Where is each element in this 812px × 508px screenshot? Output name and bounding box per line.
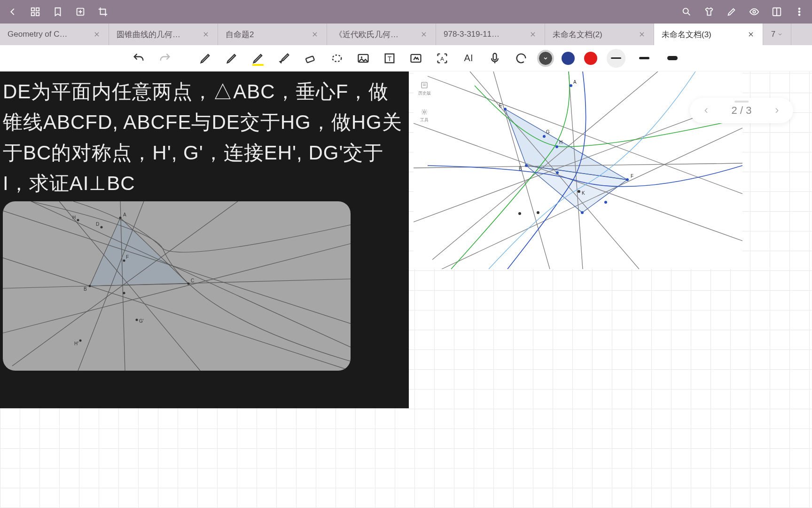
circle-tool[interactable]: [513, 50, 530, 67]
svg-text:H: H: [72, 215, 76, 220]
tab-label: 圆锥曲线的几何…: [117, 29, 202, 40]
tab-0[interactable]: Geometry of C…: [0, 24, 109, 45]
stroke-thin[interactable]: [607, 49, 625, 68]
more-icon[interactable]: [792, 5, 806, 19]
svg-rect-2: [31, 13, 34, 16]
svg-line-29: [3, 244, 351, 333]
svg-point-46: [123, 292, 125, 294]
close-icon[interactable]: [202, 30, 210, 39]
canvas-side-toolbar: 历史版 工具: [417, 81, 431, 123]
close-icon[interactable]: [420, 30, 428, 39]
page-nav[interactable]: 2 / 3: [690, 98, 793, 123]
svg-text:F: F: [631, 174, 633, 179]
svg-text:A: A: [573, 79, 577, 85]
tab-overflow[interactable]: 7: [763, 24, 791, 45]
text-tool[interactable]: T: [381, 50, 398, 67]
ocr-tool[interactable]: A: [434, 50, 451, 67]
svg-point-34: [187, 283, 190, 285]
undo-button[interactable]: [130, 50, 147, 67]
svg-point-66: [555, 145, 558, 148]
grid-icon[interactable]: [28, 5, 42, 19]
pen-icon[interactable]: [725, 5, 739, 19]
tab-4[interactable]: 978-3-319-11…: [436, 24, 545, 45]
history-label: 历史版: [418, 90, 431, 96]
pencil-tool[interactable]: [223, 50, 240, 67]
svg-text:A: A: [123, 212, 126, 217]
svg-line-53: [470, 71, 639, 269]
svg-point-73: [518, 212, 521, 215]
svg-point-14: [361, 56, 363, 58]
svg-point-44: [79, 340, 82, 342]
close-icon[interactable]: [638, 30, 646, 39]
svg-rect-19: [493, 53, 497, 60]
canvas[interactable]: DE为平面内任意两点，△ABC，垂心F，做锥线ABCFD, ABCFE与DE交于…: [0, 71, 812, 508]
mic-tool[interactable]: [486, 50, 503, 67]
tools-tool[interactable]: 工具: [420, 108, 429, 123]
svg-text:C: C: [191, 278, 194, 283]
tab-overflow-count: 7: [771, 30, 775, 39]
highlighter-tool[interactable]: [250, 50, 266, 67]
crop-icon[interactable]: [96, 5, 110, 19]
svg-line-21: [3, 211, 351, 324]
svg-point-78: [423, 111, 426, 113]
pen-tool[interactable]: [197, 50, 214, 67]
close-icon[interactable]: [529, 30, 537, 39]
svg-point-68: [543, 135, 546, 138]
svg-text:F: F: [126, 254, 129, 260]
svg-point-74: [578, 190, 580, 193]
problem-text: DE为平面内任意两点，△ABC，垂心F，做锥线ABCFD, ABCFE与DE交于…: [3, 76, 404, 198]
tab-1[interactable]: 圆锥曲线的几何…: [109, 24, 218, 45]
add-page-icon[interactable]: [73, 5, 87, 19]
svg-point-58: [570, 84, 572, 87]
tab-3[interactable]: 《近代欧氏几何…: [327, 24, 436, 45]
problem-block: DE为平面内任意两点，△ABC，垂心F，做锥线ABCFD, ABCFE与DE交于…: [0, 71, 409, 408]
tab-6[interactable]: 未命名文档(3): [654, 24, 763, 45]
tab-label: Geometry of C…: [8, 30, 93, 39]
bookmark-icon[interactable]: [51, 5, 65, 19]
tab-label: 未命名文档(3): [662, 29, 747, 40]
ai-tool[interactable]: AI: [460, 50, 477, 67]
page-prev-button[interactable]: [699, 107, 713, 114]
back-button[interactable]: [6, 5, 20, 19]
close-icon[interactable]: [93, 30, 101, 39]
svg-point-12: [333, 55, 342, 62]
page-next-button[interactable]: [770, 107, 784, 114]
svg-rect-0: [31, 8, 34, 11]
lasso-tool[interactable]: [328, 50, 345, 67]
color-red[interactable]: [584, 52, 597, 65]
svg-line-23: [31, 201, 351, 347]
svg-point-30: [119, 217, 122, 219]
close-icon[interactable]: [747, 30, 755, 39]
svg-text:B: B: [84, 286, 87, 292]
history-tool[interactable]: 历史版: [418, 81, 431, 96]
eraser-tool[interactable]: [302, 50, 319, 67]
shirt-icon[interactable]: [702, 5, 716, 19]
svg-text:B: B: [519, 166, 522, 171]
svg-point-5: [683, 8, 688, 14]
close-icon[interactable]: [311, 30, 319, 39]
svg-text:A: A: [440, 55, 444, 61]
tab-2[interactable]: 自命题2: [218, 24, 327, 45]
shape-tool[interactable]: [407, 50, 424, 67]
svg-point-71: [581, 211, 584, 214]
marker-tool[interactable]: [276, 50, 293, 67]
svg-rect-77: [422, 82, 427, 88]
svg-line-50: [432, 71, 658, 260]
color-gray[interactable]: [539, 52, 552, 65]
tab-label: 《近代欧氏几何…: [335, 29, 420, 40]
drag-handle-icon[interactable]: [734, 101, 749, 103]
search-icon[interactable]: [679, 5, 694, 19]
svg-point-6: [753, 10, 756, 13]
tab-strip: Geometry of C… 圆锥曲线的几何… 自命题2 《近代欧氏几何… 97…: [0, 24, 812, 45]
eye-icon[interactable]: [747, 5, 761, 19]
split-view-icon[interactable]: [770, 5, 784, 19]
tab-5[interactable]: 未命名文档(2): [545, 24, 654, 45]
redo-button[interactable]: [156, 50, 173, 67]
image-tool[interactable]: [355, 50, 372, 67]
stroke-thick[interactable]: [663, 56, 682, 60]
svg-point-76: [604, 201, 607, 204]
svg-text:T: T: [388, 55, 392, 62]
color-blue[interactable]: [562, 52, 575, 65]
stroke-medium[interactable]: [635, 57, 654, 59]
svg-text:E: E: [499, 103, 502, 108]
